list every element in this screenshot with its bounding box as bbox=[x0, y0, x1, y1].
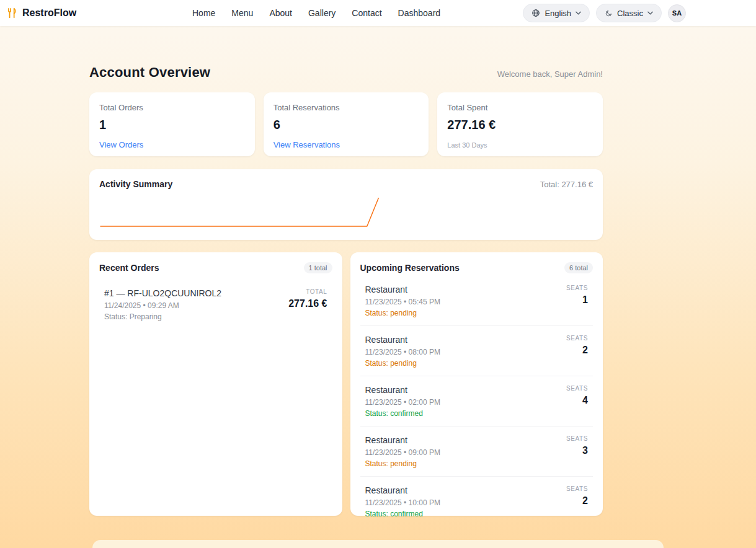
order-total-label: TOTAL bbox=[288, 288, 327, 295]
reservation-date: 11/23/2025 • 10:00 PM bbox=[365, 498, 440, 507]
seats-label: SEATS bbox=[566, 335, 588, 342]
footer-strip bbox=[92, 540, 664, 548]
nav-item-about[interactable]: About bbox=[269, 8, 292, 18]
reservation-name: Restaurant bbox=[365, 285, 440, 294]
language-globe-icon bbox=[531, 9, 540, 17]
seats-label: SEATS bbox=[566, 385, 588, 392]
order-id: #1 — RF-ULO2QCUUNIROL2 bbox=[104, 288, 221, 298]
main-nav: Home Menu About Gallery Contact Dashboar… bbox=[192, 0, 440, 26]
theme-moon-icon bbox=[605, 9, 613, 17]
reservation-row[interactable]: Restaurant 11/23/2025 • 09:00 PM Status:… bbox=[360, 426, 594, 477]
recent-orders-title: Recent Orders bbox=[99, 263, 159, 273]
avatar-initials: SA bbox=[672, 9, 682, 17]
activity-header: Activity Summary Total: 277.16 € bbox=[99, 179, 593, 189]
reservation-status: Status: pending bbox=[365, 309, 440, 317]
stat-value: 1 bbox=[99, 118, 245, 132]
reservation-status: Status: pending bbox=[365, 359, 440, 368]
stat-card-total-reservations: Total Reservations 6 View Reservations bbox=[264, 92, 429, 156]
reservation-row[interactable]: Restaurant 11/23/2025 • 05:45 PM Status:… bbox=[360, 276, 594, 326]
reservation-date: 11/23/2025 • 02:00 PM bbox=[365, 398, 440, 407]
dashboard-content: Account Overview Welcome back, Super Adm… bbox=[89, 64, 603, 516]
page-title: Account Overview bbox=[89, 64, 210, 81]
seats-count: 1 bbox=[566, 294, 588, 306]
reservation-date: 11/23/2025 • 05:45 PM bbox=[365, 298, 440, 306]
stat-subtext: Last 30 Days bbox=[447, 141, 593, 149]
fork-knife-logo-icon bbox=[6, 7, 18, 19]
reservations-count-badge: 6 total bbox=[564, 262, 593, 273]
reservation-status: Status: pending bbox=[365, 459, 440, 468]
reservation-date: 11/23/2025 • 09:00 PM bbox=[365, 448, 440, 457]
seats-count: 4 bbox=[566, 395, 588, 406]
reservation-name: Restaurant bbox=[365, 485, 440, 495]
reservation-row[interactable]: Restaurant 11/23/2025 • 08:00 PM Status:… bbox=[360, 326, 594, 376]
activity-title: Activity Summary bbox=[99, 179, 172, 189]
stats-row: Total Orders 1 View Orders Total Reserva… bbox=[89, 92, 603, 156]
user-avatar[interactable]: SA bbox=[668, 4, 686, 22]
stat-value: 6 bbox=[273, 118, 419, 132]
order-total-value: 277.16 € bbox=[288, 298, 327, 309]
language-selector[interactable]: English bbox=[523, 4, 590, 22]
seats-count: 3 bbox=[566, 445, 588, 456]
reservations-title: Upcoming Reservations bbox=[360, 263, 460, 273]
nav-item-home[interactable]: Home bbox=[192, 8, 215, 18]
seats-count: 2 bbox=[566, 495, 588, 506]
navbar-controls: English Classic SA bbox=[523, 0, 686, 26]
nav-item-menu[interactable]: Menu bbox=[231, 8, 253, 18]
theme-selector[interactable]: Classic bbox=[596, 4, 662, 22]
stat-value: 277.16 € bbox=[447, 118, 593, 132]
order-row[interactable]: #1 — RF-ULO2QCUUNIROL2 11/24/2025 • 09:2… bbox=[99, 288, 332, 321]
stat-card-total-spent: Total Spent 277.16 € Last 30 Days bbox=[437, 92, 603, 156]
brand-logo[interactable]: RestroFlow bbox=[6, 0, 76, 26]
reservation-date: 11/23/2025 • 08:00 PM bbox=[365, 348, 440, 356]
nav-item-dashboard[interactable]: Dashboard bbox=[398, 8, 441, 18]
reservations-header: Upcoming Reservations 6 total bbox=[360, 262, 594, 273]
reservation-status: Status: confirmed bbox=[365, 409, 440, 418]
top-navbar: RestroFlow Home Menu About Gallery Conta… bbox=[0, 0, 756, 26]
stat-label: Total Orders bbox=[99, 103, 245, 112]
seats-label: SEATS bbox=[566, 485, 588, 492]
stat-label: Total Spent bbox=[447, 103, 593, 112]
chevron-down-icon bbox=[647, 11, 653, 15]
theme-label: Classic bbox=[617, 9, 643, 18]
recent-orders-panel: Recent Orders 1 total #1 — RF-ULO2QCUUNI… bbox=[89, 252, 342, 516]
chevron-down-icon bbox=[576, 11, 581, 15]
upcoming-reservations-panel: Upcoming Reservations 6 total Restaurant… bbox=[350, 252, 603, 516]
stat-label: Total Reservations bbox=[273, 103, 419, 112]
language-label: English bbox=[545, 9, 571, 18]
view-orders-link[interactable]: View Orders bbox=[99, 140, 143, 149]
view-reservations-link[interactable]: View Reservations bbox=[273, 140, 340, 149]
nav-item-gallery[interactable]: Gallery bbox=[308, 8, 336, 18]
reservations-list: Restaurant 11/23/2025 • 05:45 PM Status:… bbox=[360, 276, 594, 526]
orders-count-badge: 1 total bbox=[304, 262, 332, 273]
welcome-text: Welcome back, Super Admin! bbox=[497, 69, 603, 81]
seats-count: 2 bbox=[566, 345, 588, 356]
nav-item-contact[interactable]: Contact bbox=[352, 8, 381, 18]
activity-line-chart bbox=[99, 194, 380, 230]
reservation-name: Restaurant bbox=[365, 435, 440, 445]
order-status: Status: Preparing bbox=[104, 312, 221, 321]
reservation-name: Restaurant bbox=[365, 335, 440, 345]
bottom-panels: Recent Orders 1 total #1 — RF-ULO2QCUUNI… bbox=[89, 252, 603, 516]
recent-orders-header: Recent Orders 1 total bbox=[99, 262, 332, 273]
brand-name: RestroFlow bbox=[22, 7, 76, 19]
reservation-name: Restaurant bbox=[365, 385, 440, 395]
reservation-row[interactable]: Restaurant 11/23/2025 • 10:00 PM Status:… bbox=[360, 477, 594, 526]
activity-total: Total: 277.16 € bbox=[540, 180, 593, 189]
seats-label: SEATS bbox=[566, 285, 588, 291]
activity-summary-card: Activity Summary Total: 277.16 € bbox=[89, 169, 603, 240]
reservation-row[interactable]: Restaurant 11/23/2025 • 02:00 PM Status:… bbox=[360, 376, 594, 426]
order-date: 11/24/2025 • 09:29 AM bbox=[104, 301, 221, 310]
seats-label: SEATS bbox=[566, 435, 588, 442]
stat-card-total-orders: Total Orders 1 View Orders bbox=[89, 92, 255, 156]
page-header: Account Overview Welcome back, Super Adm… bbox=[89, 64, 603, 81]
reservation-status: Status: confirmed bbox=[365, 510, 440, 518]
